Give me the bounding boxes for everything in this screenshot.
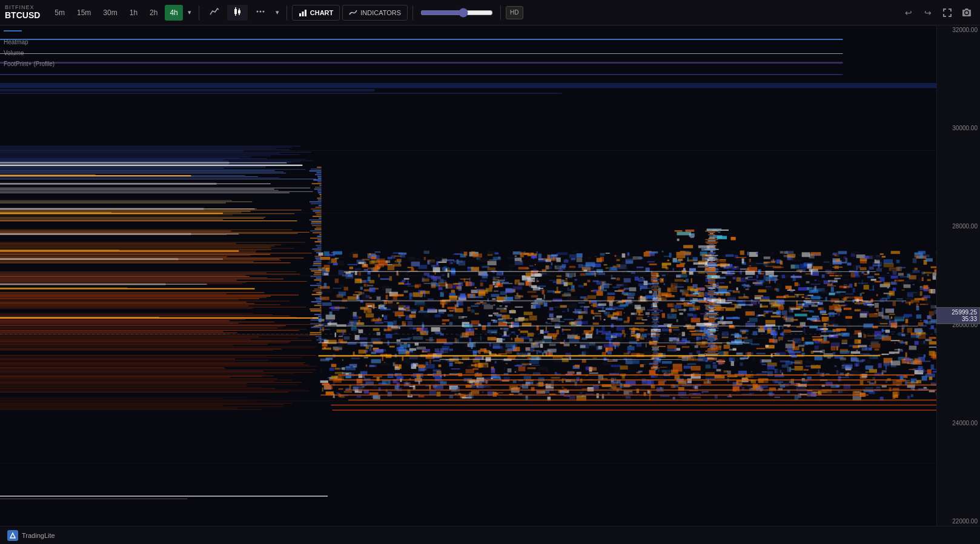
- price-scale: 32000.00 30000.00 28000.00 26000.00 2400…: [936, 25, 980, 526]
- tf-4h[interactable]: 4h: [165, 5, 182, 21]
- svg-rect-9: [299, 13, 301, 16]
- brand-name: TradingLite: [22, 532, 55, 539]
- slider-container: [420, 8, 493, 18]
- tf-1h[interactable]: 1h: [125, 5, 142, 21]
- svg-rect-0: [234, 9, 237, 14]
- charttype-dropdown[interactable]: ▾: [273, 5, 282, 21]
- svg-rect-11: [305, 10, 306, 16]
- chart-type-line[interactable]: [204, 5, 225, 21]
- svg-rect-3: [238, 10, 240, 13]
- chart-button[interactable]: CHART: [292, 5, 340, 21]
- current-price-badge: 25999.25 35:33: [936, 307, 980, 324]
- current-price-value: 25999.25: [939, 309, 977, 316]
- price-tick-24000: 24000.00: [939, 420, 978, 426]
- chart-canvas-area[interactable]: [0, 25, 936, 526]
- screenshot-icon: [962, 8, 972, 18]
- tf-15m[interactable]: 15m: [72, 5, 96, 21]
- indicators-btn-label: INDICATORS: [360, 9, 401, 16]
- chart-type-extra[interactable]: [250, 5, 271, 21]
- tf-2h[interactable]: 2h: [145, 5, 162, 21]
- price-tick-30000: 30000.00: [939, 125, 978, 131]
- price-tick-32000: 32000.00: [939, 27, 978, 33]
- separator-1: [199, 5, 199, 20]
- screenshot-button[interactable]: [958, 4, 975, 21]
- tf-dropdown[interactable]: ▾: [185, 5, 194, 21]
- redo-icon: ↪: [924, 8, 932, 18]
- redo-button[interactable]: ↪: [919, 4, 936, 21]
- undo-icon: ↩: [905, 8, 912, 18]
- fullscreen-button[interactable]: [939, 4, 956, 21]
- brand: BITFINEX BTCUSD: [5, 5, 40, 20]
- tf-30m[interactable]: 30m: [98, 5, 122, 21]
- price-tick-22000: 22000.00: [939, 518, 978, 525]
- separator-2: [286, 5, 287, 20]
- tl-icon: [7, 530, 18, 541]
- chart-btn-label: CHART: [310, 9, 334, 16]
- toolbar: BITFINEX BTCUSD 5m 15m 30m 1h 2h 4h ▾ ▾: [0, 0, 980, 25]
- tradinglite-logo: TradingLite: [7, 530, 55, 541]
- svg-point-8: [262, 10, 264, 12]
- hd-badge: HD: [506, 6, 523, 19]
- svg-marker-12: [10, 533, 15, 538]
- fullscreen-icon: [942, 8, 952, 18]
- separator-3: [412, 5, 413, 20]
- heatmap-canvas: [0, 25, 936, 526]
- svg-rect-10: [302, 12, 303, 16]
- separator-4: [500, 5, 501, 20]
- price-tick-28000: 28000.00: [939, 223, 978, 230]
- tf-5m[interactable]: 5m: [50, 5, 70, 21]
- indicators-button[interactable]: INDICATORS: [342, 5, 408, 21]
- current-price-time: 35:33: [939, 316, 977, 322]
- pair-label: BTCUSD: [5, 11, 40, 20]
- chart-type-candle[interactable]: [227, 5, 248, 21]
- chart-slider[interactable]: [420, 8, 493, 18]
- bottom-bar: TradingLite: [0, 526, 980, 544]
- svg-point-6: [256, 10, 258, 12]
- svg-point-7: [259, 10, 261, 12]
- chart-container[interactable]: Heatmap Volume FootPrint+ (Profile) 3200…: [0, 25, 980, 526]
- undo-button[interactable]: ↩: [900, 4, 917, 21]
